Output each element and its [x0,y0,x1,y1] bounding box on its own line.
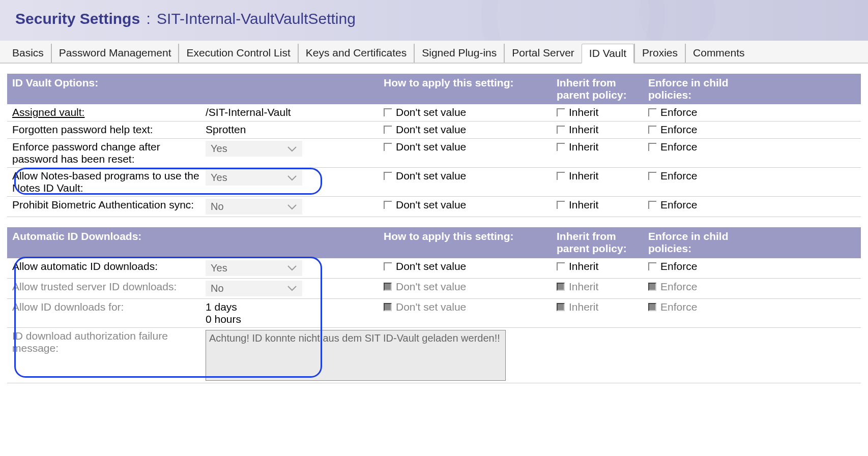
label-assigned-vault[interactable]: Assigned vault: [12,106,206,118]
checkbox-icon [557,172,565,180]
checkbox-icon [384,143,392,151]
checkbox-icon [384,283,392,291]
tab-proxies[interactable]: Proxies [634,44,685,63]
chevron-down-icon [287,265,297,271]
check-enforce-b[interactable]: Enforce [648,281,697,293]
section-title-2: Automatic ID Downloads: [12,230,384,242]
tab-portal-server[interactable]: Portal Server [504,44,582,63]
checkbox-icon [557,303,565,311]
dropdown-allow-auto-downloads[interactable]: Yes [206,260,302,276]
checkbox-icon [557,108,565,116]
row-failure-message: ID download authorization failure messag… [7,328,861,383]
checkbox-icon [384,262,392,270]
check-enforce-c[interactable]: Enforce [648,301,697,313]
col-enforce-2: Enforce in child policies: [648,230,740,255]
tab-basics[interactable]: Basics [5,44,51,63]
checkbox-icon [648,126,656,134]
chevron-down-icon [287,146,297,152]
check-enforce-1[interactable]: Enforce [648,124,697,136]
section-title: ID Vault Options: [12,77,384,89]
page-title: Security Settings : SIT-Internal-VaultVa… [15,10,853,27]
page-banner: Security Settings : SIT-Internal-VaultVa… [0,0,868,41]
check-enforce-a[interactable]: Enforce [648,260,697,272]
check-inherit-b[interactable]: Inherit [557,281,598,293]
check-dont-set-0[interactable]: Don't set value [384,106,466,118]
check-dont-set-4[interactable]: Don't set value [384,199,466,211]
value-forgotten-password: Sprotten [206,124,384,136]
highlight-wrap-2: Allow automatic ID downloads: Yes Don't … [7,258,861,383]
check-dont-set-c[interactable]: Don't set value [384,301,466,313]
check-dont-set-a[interactable]: Don't set value [384,260,466,272]
check-enforce-0[interactable]: Enforce [648,106,697,118]
check-inherit-4[interactable]: Inherit [557,199,598,211]
dropdown-allow-notes-programs[interactable]: Yes [206,170,302,186]
section-header-vault-options: ID Vault Options: How to apply this sett… [7,74,861,104]
check-enforce-3[interactable]: Enforce [648,170,697,182]
title-prefix: Security Settings [15,10,140,27]
check-enforce-2[interactable]: Enforce [648,141,697,153]
label-allow-notes-programs: Allow Notes-based programs to use the No… [12,170,206,194]
textarea-failure-message[interactable]: Achtung! ID konnte nicht aus dem SIT ID-… [206,330,506,381]
check-inherit-3[interactable]: Inherit [557,170,598,182]
row-trusted-server-downloads: Allow trusted server ID downloads: No Do… [7,279,861,299]
checkbox-icon [648,303,656,311]
label-allow-auto-downloads: Allow automatic ID downloads: [12,260,206,272]
label-failure-message: ID download authorization failure messag… [12,330,206,354]
chevron-down-icon [287,285,297,291]
check-dont-set-2[interactable]: Don't set value [384,141,466,153]
check-dont-set-3[interactable]: Don't set value [384,170,466,182]
checkbox-icon [648,143,656,151]
checkbox-icon [384,303,392,311]
checkbox-icon [384,126,392,134]
col-inherit: Inherit from parent policy: [557,77,648,101]
label-prohibit-biometric: Prohibit Biometric Authentication sync: [12,199,206,211]
tab-password-management[interactable]: Password Management [51,44,179,63]
value-assigned-vault: /SIT-Internal-Vault [206,106,384,118]
check-inherit-1[interactable]: Inherit [557,124,598,136]
title-colon: : [146,10,150,27]
value-allow-downloads-for: 1 days 0 hours [206,301,384,325]
check-inherit-c[interactable]: Inherit [557,301,598,313]
tab-comments[interactable]: Comments [685,44,752,63]
row-allow-auto-downloads: Allow automatic ID downloads: Yes Don't … [7,258,861,279]
tab-signed-plugins[interactable]: Signed Plug-ins [414,44,504,63]
check-inherit-0[interactable]: Inherit [557,106,598,118]
checkbox-icon [648,201,656,209]
tabs-bar: Basics Password Management Execution Con… [0,41,868,64]
title-name: SIT-Internal-VaultVaultSetting [157,10,356,27]
row-forgotten-password: Forgotten password help text: Sprotten D… [7,121,861,139]
check-enforce-4[interactable]: Enforce [648,199,697,211]
label-enforce-pw-change: Enforce password change after password h… [12,141,206,165]
dropdown-enforce-pw-change[interactable]: Yes [206,141,302,157]
row-assigned-vault: Assigned vault: /SIT-Internal-Vault Don'… [7,104,861,121]
label-trusted-server-downloads: Allow trusted server ID downloads: [12,281,206,293]
checkbox-icon [557,143,565,151]
dropdown-prohibit-biometric[interactable]: No [206,199,302,215]
check-inherit-a[interactable]: Inherit [557,260,598,272]
checkbox-icon [384,108,392,116]
tab-id-vault[interactable]: ID Vault [582,44,634,64]
col-inherit-2: Inherit from parent policy: [557,230,648,255]
check-dont-set-b[interactable]: Don't set value [384,281,466,293]
checkbox-icon [557,283,565,291]
row-enforce-pw-change: Enforce password change after password h… [7,139,861,168]
row-prohibit-biometric: Prohibit Biometric Authentication sync: … [7,197,861,217]
checkbox-icon [648,283,656,291]
checkbox-icon [648,108,656,116]
checkbox-icon [384,172,392,180]
checkbox-icon [384,201,392,209]
col-apply: How to apply this setting: [384,77,557,89]
label-forgotten-password: Forgotten password help text: [12,124,206,136]
checkbox-icon [557,262,565,270]
check-dont-set-1[interactable]: Don't set value [384,124,466,136]
row-allow-notes-programs: Allow Notes-based programs to use the No… [7,168,861,197]
checkbox-icon [557,201,565,209]
col-apply-2: How to apply this setting: [384,230,557,242]
check-inherit-2[interactable]: Inherit [557,141,598,153]
tab-keys-certificates[interactable]: Keys and Certificates [298,44,414,63]
checkbox-icon [648,262,656,270]
dropdown-trusted-server-downloads[interactable]: No [206,281,302,296]
tab-execution-control-list[interactable]: Execution Control List [178,44,297,63]
label-allow-downloads-for: Allow ID downloads for: [12,301,206,313]
checkbox-icon [648,172,656,180]
